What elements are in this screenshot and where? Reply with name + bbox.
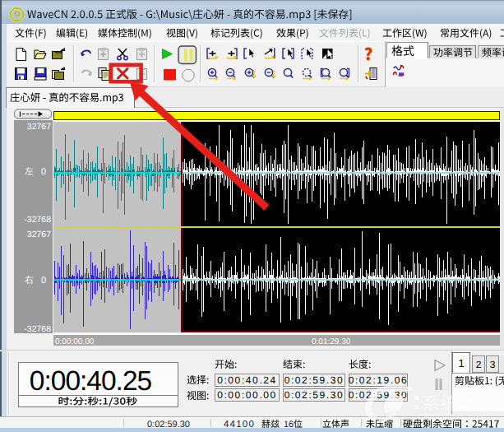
svg-text:0:02:19.06: 0:02:19.06 — [349, 374, 409, 386]
svg-text:2: 2 — [476, 359, 482, 370]
svg-text:-32768: -32768 — [24, 324, 51, 334]
svg-text:0:00:00.00: 0:00:00.00 — [55, 337, 95, 346]
svg-text:32767: 32767 — [27, 122, 51, 132]
svg-text:-32768: -32768 — [24, 215, 51, 225]
svg-text:1: 1 — [458, 357, 464, 369]
svg-text:0:00:40.25: 0:00:40.25 — [30, 366, 152, 397]
svg-text:0:02:59.30: 0:02:59.30 — [284, 389, 344, 401]
svg-text:3: 3 — [490, 359, 496, 370]
svg-text:0:00:40.24: 0:00:40.24 — [217, 374, 277, 386]
svg-text:32767: 32767 — [27, 230, 51, 239]
svg-text:0: 0 — [41, 276, 46, 286]
svg-text:0:02:59.30: 0:02:59.30 — [284, 374, 344, 386]
svg-text:0:01:29.30: 0:01:29.30 — [312, 337, 351, 346]
svg-text:0: 0 — [41, 167, 46, 177]
svg-text:0:00:00.00: 0:00:00.00 — [217, 389, 277, 401]
